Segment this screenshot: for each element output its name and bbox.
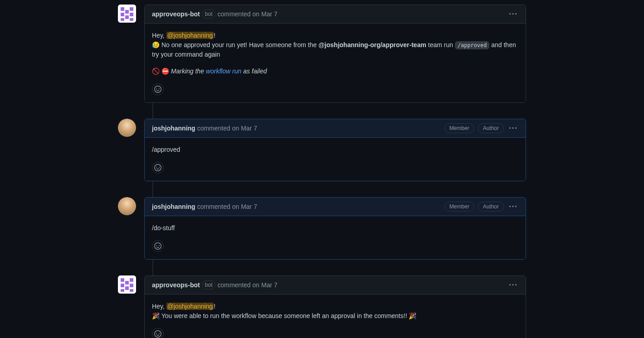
avatar[interactable]: [118, 119, 136, 137]
kebab-icon[interactable]: [507, 201, 518, 212]
timeline-connector: [152, 181, 153, 197]
comment-body: /do-stuff: [145, 216, 526, 240]
comment: approveops-bot bot commented on Mar 7 He…: [144, 275, 526, 338]
code-snippet: /approved: [455, 41, 489, 49]
svg-rect-1: [121, 7, 124, 11]
author-name[interactable]: joshjohanning: [152, 202, 195, 212]
svg-rect-2: [130, 7, 133, 11]
svg-rect-12: [125, 281, 129, 285]
kebab-icon[interactable]: [507, 9, 518, 19]
comment-header: joshjohanning commented on Mar 7 Member …: [145, 198, 526, 216]
svg-rect-4: [121, 13, 124, 16]
add-reaction-button[interactable]: [152, 240, 164, 252]
svg-rect-17: [130, 289, 133, 292]
timestamp[interactable]: on Mar 7: [253, 281, 278, 289]
avatar[interactable]: [118, 275, 136, 294]
avatar[interactable]: [118, 5, 136, 23]
comment: joshjohanning commented on Mar 7 Member …: [144, 119, 526, 181]
avatar[interactable]: [118, 197, 136, 215]
svg-rect-3: [125, 10, 129, 14]
kebab-icon[interactable]: [507, 123, 518, 134]
smiley-icon: [154, 86, 161, 93]
svg-rect-5: [130, 13, 133, 16]
svg-rect-15: [125, 286, 129, 290]
commented-label: commented on Mar 7: [217, 10, 277, 19]
comment-header: approveops-bot bot commented on Mar 7: [145, 276, 526, 295]
mention[interactable]: @joshjohanning: [166, 32, 214, 39]
team-mention[interactable]: @joshjohanning-org/approver-team: [318, 41, 426, 48]
add-reaction-button[interactable]: [152, 328, 164, 338]
smiley-icon: [154, 164, 161, 171]
member-badge: Member: [444, 123, 474, 133]
bot-avatar-icon: [118, 5, 136, 23]
author-name[interactable]: approveops-bot: [152, 280, 200, 290]
svg-rect-10: [121, 278, 124, 282]
svg-rect-14: [130, 284, 133, 287]
mention[interactable]: @joshjohanning: [166, 303, 214, 310]
author-badge: Author: [478, 202, 504, 212]
timeline-connector: [152, 260, 153, 275]
smiley-icon: [154, 330, 161, 338]
workflow-run-link[interactable]: workflow run: [206, 68, 242, 75]
svg-rect-13: [121, 284, 124, 287]
timestamp[interactable]: on Mar 7: [253, 10, 278, 18]
commented-label: commented on Mar 7: [197, 202, 257, 212]
author-name[interactable]: approveops-bot: [152, 10, 200, 19]
svg-rect-7: [121, 18, 124, 21]
comment: approveops-bot bot commented on Mar 7 He…: [144, 5, 526, 103]
comment-body: /approved: [145, 138, 526, 162]
comment-header: approveops-bot bot commented on Mar 7: [145, 5, 526, 24]
svg-rect-8: [130, 18, 133, 21]
author-name[interactable]: joshjohanning: [152, 124, 195, 133]
smiley-icon: [154, 242, 161, 250]
kebab-icon[interactable]: [507, 280, 518, 290]
timestamp[interactable]: on Mar 7: [232, 203, 257, 210]
svg-rect-11: [130, 278, 133, 282]
comment-body: Hey, @joshjohanning! 🎉 You were able to …: [145, 295, 526, 328]
comment-header: joshjohanning commented on Mar 7 Member …: [145, 119, 526, 138]
bot-badge: bot: [202, 10, 216, 19]
svg-rect-6: [125, 15, 129, 19]
comment-body: Hey, @joshjohanning! 😥 No one approved y…: [145, 24, 526, 83]
bot-avatar-icon: [118, 275, 136, 294]
add-reaction-button[interactable]: [152, 162, 164, 174]
author-badge: Author: [478, 123, 504, 133]
svg-rect-16: [121, 289, 124, 292]
timeline-connector: [152, 103, 153, 119]
member-badge: Member: [444, 202, 474, 212]
add-reaction-button[interactable]: [152, 83, 164, 95]
comment: joshjohanning commented on Mar 7 Member …: [144, 197, 526, 260]
commented-label: commented on Mar 7: [217, 280, 277, 290]
timestamp[interactable]: on Mar 7: [232, 125, 257, 132]
bot-badge: bot: [202, 280, 216, 290]
commented-label: commented on Mar 7: [197, 124, 257, 133]
